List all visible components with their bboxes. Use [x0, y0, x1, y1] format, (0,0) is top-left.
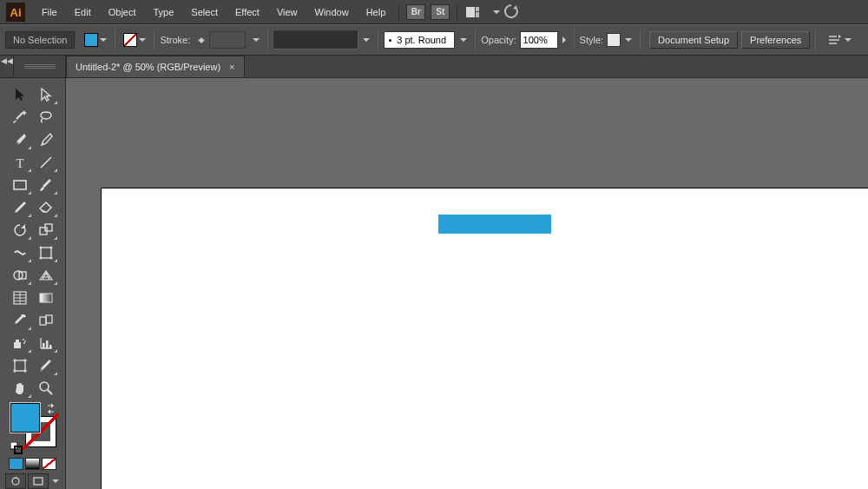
chevron-down-icon[interactable] — [52, 479, 59, 483]
opacity-field[interactable]: 100% — [520, 31, 558, 49]
swap-fill-stroke-button[interactable] — [47, 403, 57, 413]
svg-rect-12 — [41, 248, 51, 258]
stroke-swatch-dropdown[interactable] — [121, 31, 148, 49]
menu-edit[interactable]: Edit — [66, 0, 100, 24]
lasso-tool[interactable] — [33, 106, 59, 129]
draw-mode-button[interactable] — [5, 473, 26, 489]
toolbox-grip[interactable] — [14, 56, 66, 77]
pen-tool[interactable] — [7, 129, 33, 151]
close-icon[interactable]: × — [229, 62, 234, 72]
menu-effect[interactable]: Effect — [227, 0, 268, 24]
screen-icon — [32, 476, 44, 486]
curvature-tool[interactable] — [33, 129, 59, 151]
default-fill-stroke-button[interactable] — [10, 442, 23, 454]
fill-stroke-selector[interactable] — [7, 403, 59, 444]
canvas[interactable] — [66, 78, 868, 489]
free-transform-tool[interactable] — [33, 241, 59, 264]
rectangle-shape[interactable] — [438, 215, 551, 234]
menu-help[interactable]: Help — [358, 0, 395, 24]
scale-tool[interactable] — [33, 219, 59, 241]
symbol-sprayer-tool[interactable] — [7, 332, 33, 354]
color-mode-button[interactable] — [9, 458, 23, 470]
line-icon — [38, 155, 54, 170]
chevron-down-icon[interactable] — [493, 10, 500, 14]
style-label[interactable]: Style: — [580, 35, 604, 45]
shape-builder-tool[interactable] — [7, 264, 33, 287]
perspective-grid-tool[interactable] — [33, 264, 59, 287]
slice-tool[interactable] — [33, 354, 59, 377]
bridge-button[interactable]: Br — [406, 4, 425, 20]
artboard[interactable] — [101, 188, 868, 489]
opacity-label[interactable]: Opacity: — [481, 35, 516, 45]
menu-type[interactable]: Type — [145, 0, 183, 24]
brush-definition-dropdown[interactable] — [457, 31, 470, 49]
line-segment-tool[interactable] — [33, 151, 59, 174]
hand-tool[interactable] — [7, 377, 33, 400]
blend-tool[interactable] — [33, 309, 59, 332]
menu-window[interactable]: Window — [306, 0, 358, 24]
rectangle-tool[interactable] — [7, 174, 33, 196]
magic-wand-tool[interactable] — [7, 106, 33, 129]
paintbrush-tool[interactable] — [33, 174, 59, 196]
none-mode-button[interactable] — [42, 458, 56, 470]
zoom-tool[interactable] — [33, 377, 59, 400]
divider — [457, 3, 457, 21]
preferences-button[interactable]: Preferences — [741, 31, 810, 49]
artboard-tool[interactable] — [7, 354, 33, 377]
direct-selection-tool[interactable] — [33, 83, 59, 106]
svg-rect-4 — [476, 12, 479, 17]
pencil-tool[interactable] — [7, 196, 33, 219]
stroke-weight-dropdown[interactable] — [250, 31, 262, 49]
menu-view[interactable]: View — [268, 0, 306, 24]
stock-button[interactable]: St — [431, 4, 450, 20]
workspace: T — [0, 78, 868, 489]
divider — [115, 30, 115, 50]
rotate-icon — [12, 222, 28, 238]
menu-object[interactable]: Object — [100, 0, 145, 24]
column-graph-tool[interactable] — [33, 332, 59, 354]
options-bar: No Selection Stroke: 3 pt. Round Opacity… — [0, 24, 868, 56]
style-dropdown[interactable] — [622, 31, 635, 49]
document-tab[interactable]: Untitled-2* @ 50% (RGB/Preview) × — [66, 56, 245, 77]
document-setup-button[interactable]: Document Setup — [649, 31, 738, 49]
paintbrush-icon — [38, 177, 54, 193]
eraser-tool[interactable] — [33, 196, 59, 219]
panel-collapse-button[interactable]: ◀◀ — [0, 56, 14, 77]
menu-select[interactable]: Select — [182, 0, 227, 24]
chevron-down-icon[interactable] — [845, 38, 852, 42]
fill-swatch-dropdown[interactable] — [82, 31, 109, 49]
screen-mode-button[interactable] — [28, 473, 49, 489]
arrange-documents-button[interactable] — [464, 4, 489, 20]
width-icon — [12, 245, 28, 261]
type-tool[interactable]: T — [7, 151, 33, 174]
pen-icon — [12, 132, 28, 148]
graph-icon — [38, 335, 54, 351]
gradient-mode-button[interactable] — [25, 458, 40, 470]
stroke-swatch-icon — [123, 33, 137, 47]
stroke-weight-field[interactable] — [209, 31, 246, 49]
magic-wand-icon — [12, 109, 28, 125]
fill-box-icon[interactable] — [10, 403, 40, 433]
width-tool[interactable] — [7, 241, 33, 264]
app-icon: Ai — [5, 2, 26, 23]
svg-point-6 — [41, 143, 43, 145]
svg-point-26 — [24, 340, 26, 342]
svg-point-27 — [23, 342, 25, 344]
menu-file[interactable]: File — [33, 0, 66, 24]
stroke-label[interactable]: Stroke: — [160, 35, 190, 45]
sync-settings-button[interactable] — [503, 3, 522, 22]
opacity-dropdown[interactable] — [560, 31, 569, 49]
free-transform-icon — [38, 245, 54, 261]
eyedropper-tool[interactable] — [7, 309, 33, 332]
rotate-tool[interactable] — [7, 219, 33, 241]
pencil-icon — [12, 200, 28, 215]
variable-width-profile-chev[interactable] — [360, 31, 372, 49]
selection-tool[interactable] — [7, 83, 33, 106]
shape-builder-icon — [12, 268, 28, 283]
gradient-tool[interactable] — [33, 287, 59, 309]
align-to-button[interactable] — [826, 32, 842, 48]
stroke-weight-stepper[interactable] — [194, 31, 209, 49]
variable-width-profile-dropdown[interactable] — [273, 30, 358, 50]
brush-definition-field[interactable]: 3 pt. Round — [384, 31, 455, 49]
mesh-tool[interactable] — [7, 287, 33, 309]
